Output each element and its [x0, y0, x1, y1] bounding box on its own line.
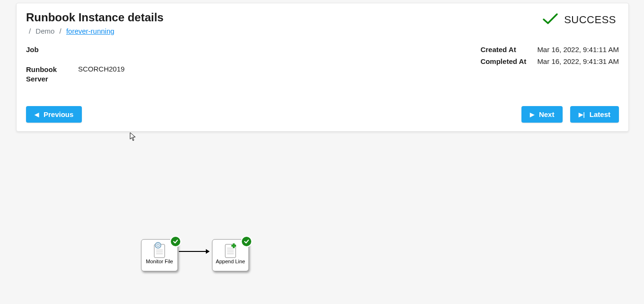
previous-label: Previous: [44, 110, 73, 118]
kv-completed: Completed At Mar 16, 2022, 9:41:31 AM: [480, 57, 619, 65]
success-badge-icon: [170, 236, 181, 247]
svg-point-5: [157, 244, 159, 247]
node-label: Monitor File: [145, 259, 174, 264]
svg-rect-12: [233, 243, 235, 248]
breadcrumb-demo: Demo: [35, 27, 54, 35]
details-card: Runbook Instance details / Demo / foreve…: [16, 3, 629, 132]
skip-end-icon: ▶|: [579, 112, 584, 117]
breadcrumb-link-forever-running[interactable]: forever-running: [66, 27, 115, 35]
created-value: Mar 16, 2022, 9:41:11 AM: [537, 45, 619, 54]
breadcrumb: / Demo / forever-running: [26, 27, 164, 35]
status-text: SUCCESS: [564, 14, 616, 26]
node-append-line[interactable]: Append Line: [212, 239, 249, 271]
latest-button[interactable]: ▶| Latest: [570, 106, 619, 123]
completed-label: Completed At: [480, 57, 537, 65]
status-badge: SUCCESS: [542, 11, 619, 27]
breadcrumb-sep: /: [29, 27, 31, 35]
details-left: Job Runbook Server SCORCH2019: [26, 45, 124, 87]
check-icon: [542, 13, 558, 27]
previous-button[interactable]: ◀ Previous: [26, 106, 82, 123]
file-monitor-icon: [152, 241, 167, 259]
cursor-icon: [130, 132, 136, 142]
triangle-left-icon: ◀: [35, 112, 39, 117]
kv-server: Runbook Server SCORCH2019: [26, 65, 124, 83]
server-value: SCORCH2019: [78, 65, 124, 83]
job-label: Job: [26, 45, 78, 54]
next-button[interactable]: ▶ Next: [521, 106, 563, 123]
page-title: Runbook Instance details: [26, 11, 164, 24]
workflow-diagram: Monitor File Append Line: [0, 133, 644, 304]
connector-arrow: [179, 251, 209, 252]
created-label: Created At: [480, 45, 537, 54]
triangle-right-icon: ▶: [530, 112, 534, 117]
completed-value: Mar 16, 2022, 9:41:31 AM: [537, 57, 619, 65]
success-badge-icon: [241, 236, 252, 247]
kv-created: Created At Mar 16, 2022, 9:41:11 AM: [480, 45, 619, 54]
next-label: Next: [539, 110, 555, 118]
breadcrumb-sep: /: [60, 27, 62, 35]
node-monitor-file[interactable]: Monitor File: [141, 239, 178, 271]
kv-job: Job: [26, 45, 124, 54]
details-right: Created At Mar 16, 2022, 9:41:11 AM Comp…: [480, 45, 619, 87]
header-left: Runbook Instance details / Demo / foreve…: [26, 11, 164, 35]
latest-label: Latest: [590, 110, 610, 118]
server-label: Runbook Server: [26, 65, 78, 83]
node-label: Append Line: [215, 259, 246, 264]
file-append-icon: [223, 241, 238, 259]
